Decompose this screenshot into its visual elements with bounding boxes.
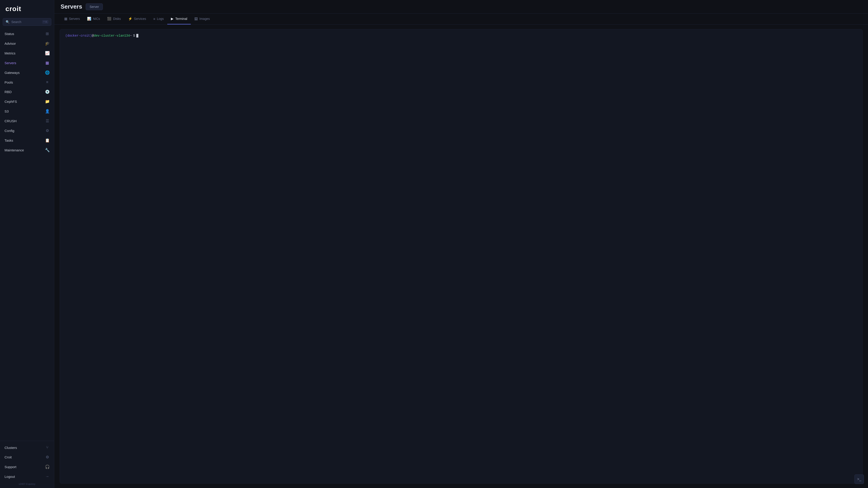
sidebar-item-rbd[interactable]: RBD💿: [0, 87, 54, 97]
sidebar-bottom-item-support[interactable]: Support🎧: [0, 462, 54, 472]
search-label: Search: [11, 20, 42, 24]
sidebar-item-config[interactable]: Config⚙: [0, 126, 54, 135]
tab-label-nics: NICs: [93, 17, 100, 21]
tab-icon-servers: ▦: [64, 17, 67, 21]
top-bar: Servers Server: [54, 0, 868, 13]
pools-icon: ≡: [44, 80, 51, 85]
prompt-path: ~: [130, 34, 132, 37]
search-icon: 🔍: [6, 20, 9, 24]
sidebar-item-pools[interactable]: Pools≡: [0, 77, 54, 87]
support-bottom-icon: 🎧: [44, 464, 51, 469]
terminal-float-icon: >_: [857, 477, 861, 481]
logo-area: croit: [0, 0, 54, 17]
tab-images[interactable]: 🖼Images: [191, 14, 213, 24]
main-content: Servers Server ▦Servers📊NICs⬛Disks⚡Servi…: [54, 0, 868, 488]
sidebar-item-tasks[interactable]: Tasks📋: [0, 135, 54, 145]
sidebar-label-gateways: Gateways: [4, 71, 20, 74]
tab-bar: ▦Servers📊NICs⬛Disks⚡Services≡Logs▶Termin…: [54, 13, 868, 25]
sidebar-bottom-item-croit[interactable]: Croit⚙: [0, 452, 54, 462]
sidebar-label-pools: Pools: [4, 80, 13, 84]
sidebar-label-tasks: Tasks: [4, 138, 13, 142]
search-shortcut: ^ K: [42, 20, 49, 24]
tab-icon-terminal: ▶: [171, 17, 174, 21]
tab-services[interactable]: ⚡Services: [125, 13, 150, 24]
tab-logs[interactable]: ≡Logs: [150, 14, 167, 24]
prompt-dollar: $: [133, 34, 135, 37]
sidebar-item-status[interactable]: Status⊞: [0, 29, 54, 39]
tab-icon-services: ⚡: [128, 17, 132, 21]
servers-icon: ▦: [44, 61, 51, 65]
cephfs-icon: 📁: [44, 99, 51, 104]
advisor-icon: 🎓: [44, 41, 51, 46]
tab-label-servers: Servers: [69, 17, 80, 21]
tab-label-services: Services: [134, 17, 146, 21]
sidebar-item-advisor[interactable]: Advisor🎓: [0, 39, 54, 48]
sidebar-label-maintenance: Maintenance: [4, 148, 24, 152]
sidebar-bottom-item-logout[interactable]: Logout→: [0, 472, 54, 481]
sidebar-bottom-item-clusters[interactable]: Clusters⑂: [0, 443, 54, 452]
sidebar-item-maintenance[interactable]: Maintenance🔧: [0, 145, 54, 155]
search-bar[interactable]: 🔍 Search ^ K: [3, 18, 51, 26]
tab-disks[interactable]: ⬛Disks: [103, 13, 124, 24]
terminal-prompt: (docker-croit) @ dev-cluster-vlan134 ~ $: [65, 34, 857, 37]
sidebar-item-crush[interactable]: CRUSH☰: [0, 116, 54, 126]
nav-bottom-container: Clusters⑂Croit⚙Support🎧Logout→: [0, 443, 54, 481]
tasks-icon: 📋: [44, 138, 51, 143]
sidebar-bottom-label-clusters: Clusters: [4, 446, 17, 450]
s3-icon: 👤: [44, 109, 51, 113]
server-badge: Server: [86, 3, 103, 10]
status-icon: ⊞: [44, 31, 51, 36]
sidebar-label-cephfs: CephFS: [4, 100, 17, 103]
version-text: v2407.0.quincy: [0, 481, 54, 486]
sidebar-label-crush: CRUSH: [4, 119, 17, 123]
logout-bottom-icon: →: [44, 474, 51, 479]
prompt-host: dev-cluster-vlan134: [94, 34, 130, 37]
tab-label-images: Images: [199, 17, 210, 21]
prompt-docker: (docker-croit): [65, 34, 92, 37]
nav-items-container: Status⊞Advisor🎓Metrics📈Servers▦Gateways🌐…: [0, 29, 54, 155]
crush-icon: ☰: [44, 119, 51, 123]
tab-label-disks: Disks: [113, 17, 121, 21]
config-icon: ⚙: [44, 128, 51, 133]
metrics-icon: 📈: [44, 51, 51, 56]
sidebar-bottom-label-support: Support: [4, 465, 17, 469]
tab-servers[interactable]: ▦Servers: [61, 13, 84, 24]
tab-nics[interactable]: 📊NICs: [84, 13, 103, 24]
rbd-icon: 💿: [44, 90, 51, 94]
tab-terminal[interactable]: ▶Terminal: [167, 13, 191, 24]
sidebar-item-metrics[interactable]: Metrics📈: [0, 48, 54, 58]
sidebar-label-config: Config: [4, 129, 14, 133]
sidebar-label-advisor: Advisor: [4, 41, 16, 45]
tab-icon-nics: 📊: [87, 17, 91, 21]
sidebar-item-gateways[interactable]: Gateways🌐: [0, 68, 54, 77]
sidebar-item-cephfs[interactable]: CephFS📁: [0, 97, 54, 106]
tab-label-logs: Logs: [157, 17, 164, 21]
maintenance-icon: 🔧: [44, 148, 51, 153]
clusters-bottom-icon: ⑂: [44, 445, 51, 450]
sidebar-label-servers: Servers: [4, 61, 16, 65]
sidebar-bottom-label-logout: Logout: [4, 475, 15, 479]
croit-bottom-icon: ⚙: [44, 455, 51, 459]
page-title: Servers: [61, 3, 82, 10]
terminal-area[interactable]: (docker-croit) @ dev-cluster-vlan134 ~ $: [60, 29, 863, 484]
sidebar-item-s3[interactable]: S3👤: [0, 106, 54, 116]
nav-section: Status⊞Advisor🎓Metrics📈Servers▦Gateways🌐…: [0, 29, 54, 441]
tab-icon-logs: ≡: [153, 17, 155, 21]
prompt-cursor: [136, 34, 138, 37]
tab-label-terminal: Terminal: [175, 17, 187, 21]
tab-icon-disks: ⬛: [107, 17, 112, 21]
sidebar-label-rbd: RBD: [4, 90, 12, 94]
tabs-container: ▦Servers📊NICs⬛Disks⚡Services≡Logs▶Termin…: [61, 13, 213, 24]
sidebar-bottom-label-croit: Croit: [4, 455, 12, 459]
sidebar-label-status: Status: [4, 32, 14, 36]
prompt-at: @: [92, 34, 94, 37]
terminal-float-button[interactable]: >_: [855, 475, 864, 484]
tab-icon-images: 🖼: [194, 17, 198, 21]
sidebar-item-servers[interactable]: Servers▦: [0, 58, 54, 68]
sidebar: croit 🔍 Search ^ K Status⊞Advisor🎓Metric…: [0, 0, 54, 488]
gateways-icon: 🌐: [44, 70, 51, 75]
sidebar-label-metrics: Metrics: [4, 51, 16, 55]
sidebar-label-s3: S3: [4, 109, 8, 113]
nav-bottom: Clusters⑂Croit⚙Support🎧Logout→ v2407.0.q…: [0, 441, 54, 488]
logo: croit: [5, 5, 49, 13]
